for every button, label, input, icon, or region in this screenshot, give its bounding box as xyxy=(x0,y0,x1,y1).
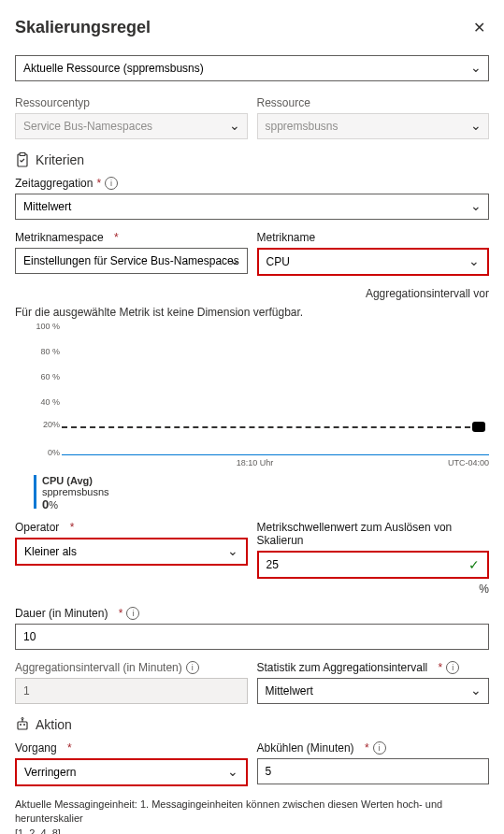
info-icon[interactable]: i xyxy=(105,177,118,190)
close-button[interactable]: ✕ xyxy=(469,15,489,40)
agg-int-label: Aggregationsintervall (in Minuten) i xyxy=(15,661,248,674)
agg-int-input xyxy=(15,678,248,704)
clipboard-icon xyxy=(15,152,30,167)
duration-input[interactable] xyxy=(15,624,489,650)
duration-label: Dauer (in Minuten) * i xyxy=(15,607,489,620)
chart-x-tz: UTC-04:00 xyxy=(448,458,489,467)
threshold-label: Metrikschwellenwert zum Auslösen von Ska… xyxy=(257,521,490,547)
svg-rect-2 xyxy=(18,722,27,729)
cooldown-input[interactable] xyxy=(257,758,490,784)
threshold-input[interactable] xyxy=(259,553,488,577)
no-dimension-text: Für die ausgewählte Metrik ist keine Dim… xyxy=(15,306,489,319)
action-section: Aktion xyxy=(15,717,489,732)
metric-ns-select[interactable]: Einstellungen für Service Bus-Namespaces… xyxy=(15,248,248,274)
checkmark-icon: ✓ xyxy=(468,557,480,572)
chart-tick-100 xyxy=(62,328,489,329)
metric-name-label: Metrikname xyxy=(257,231,490,244)
operation-select[interactable]: Verringern xyxy=(17,760,246,784)
legend-color-bar xyxy=(34,475,36,509)
operator-select[interactable]: Kleiner als xyxy=(17,539,246,564)
chart-x-time: 18:10 Uhr xyxy=(237,458,274,467)
time-agg-label: Zeitaggregation* i xyxy=(15,177,489,190)
page-title: Skalierungsregel xyxy=(15,18,151,37)
operation-label: Vorgang * xyxy=(15,741,248,755)
info-icon[interactable]: i xyxy=(186,661,199,674)
resource-label: Ressource xyxy=(257,96,490,109)
time-agg-select[interactable]: Mittelwert xyxy=(15,194,489,220)
criteria-section: Kriterien xyxy=(15,152,489,167)
resource-type-select: Service Bus-Namespaces xyxy=(15,113,248,139)
svg-point-6 xyxy=(22,718,23,720)
chart-tick-60 xyxy=(62,379,489,380)
source-select[interactable]: Aktuelle Ressource (sppremsbusns) xyxy=(15,55,489,81)
chart-tick-80 xyxy=(62,353,489,354)
metric-name-select[interactable]: CPU xyxy=(259,250,488,274)
resource-select: sppremsbusns xyxy=(257,113,490,139)
chart-marker-icon xyxy=(472,422,485,432)
chart-legend: CPU (Avg) sppremsbusns 0% xyxy=(34,475,489,511)
resource-type-label: Ressourcentyp xyxy=(15,96,248,109)
footer-note: Aktuelle Messagingeinheit: 1. Messaginge… xyxy=(15,798,489,834)
svg-point-4 xyxy=(23,724,25,726)
info-icon[interactable]: i xyxy=(373,741,386,755)
cooldown-label: Abkühlen (Minuten) * i xyxy=(257,741,490,755)
chart-data-line xyxy=(62,454,489,455)
agg-interval-link[interactable]: Aggregationsintervall vor xyxy=(15,287,489,300)
threshold-line xyxy=(62,426,480,428)
metric-chart: 18:10 Uhr UTC-04:00 CPU (Avg) sppremsbus… xyxy=(34,328,489,511)
metric-ns-label: Metriknamespace * xyxy=(15,231,248,244)
svg-point-3 xyxy=(20,724,22,726)
agg-stat-label: Statistik zum Aggregationsintervall * i xyxy=(257,661,490,674)
threshold-unit: % xyxy=(257,582,490,596)
agg-stat-select[interactable]: Mittelwert xyxy=(257,678,490,704)
info-icon[interactable]: i xyxy=(446,661,459,674)
robot-icon xyxy=(15,717,30,732)
info-icon[interactable]: i xyxy=(126,607,139,620)
chart-tick-40 xyxy=(62,404,489,405)
svg-rect-1 xyxy=(20,153,25,156)
close-icon: ✕ xyxy=(473,20,485,36)
operator-label: Operator * xyxy=(15,521,248,534)
